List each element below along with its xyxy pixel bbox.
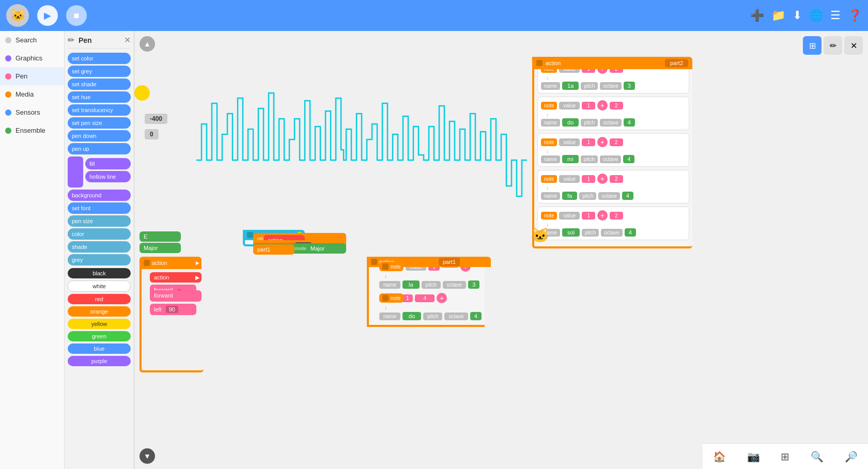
e-block[interactable]: E (140, 231, 181, 242)
color-black-button[interactable]: black (68, 268, 131, 278)
g1-name-tag: name (541, 82, 560, 90)
start-icon (247, 232, 253, 238)
note2-label: note (391, 295, 400, 301)
hollow-line-button[interactable]: hollow line (85, 171, 131, 182)
note-g4-v1: 1 (582, 175, 595, 183)
g5-pitch-tag: pitch (582, 229, 599, 237)
scroll-down-button[interactable]: ▼ (140, 448, 155, 464)
note-g2-v1: 1 (582, 102, 595, 110)
pen-up-button[interactable]: pen up (68, 143, 131, 154)
pitch-la-val: la (402, 280, 420, 289)
sidebar-item-pen[interactable]: Pen (0, 67, 64, 85)
color-green-button[interactable]: green (68, 331, 131, 341)
fill-block-shape (68, 157, 83, 187)
major-action-header[interactable]: action ▶ (140, 257, 202, 269)
sidebar-item-graphics-label: Graphics (16, 54, 42, 62)
note-g5-label: note (541, 212, 557, 220)
note-group-3: note value 1 + 2 ↓ name mi pitch octave … (537, 133, 689, 167)
note-sub-label: note (391, 264, 400, 270)
search-canvas-icon[interactable]: 🔍 (811, 450, 824, 463)
grey-button[interactable]: grey (68, 254, 131, 265)
note-group-2: note value 1 + 2 ↓ name do pitch octave … (537, 97, 689, 130)
help-icon[interactable]: ❓ (848, 9, 862, 22)
color-blue-button[interactable]: blue (68, 343, 131, 354)
note-g3-value-tag: value (559, 138, 580, 146)
mode-label: mode (295, 246, 306, 251)
g4-oct-val: 4 (622, 192, 633, 200)
sidebar-item-search[interactable]: Search (0, 31, 64, 49)
download-icon[interactable]: ⬇ (793, 9, 802, 22)
forward2-label: forward (154, 292, 173, 299)
stop-button[interactable]: ■ (66, 5, 87, 26)
menu-icon[interactable]: ☰ (830, 9, 841, 22)
note-g3-plus[interactable]: + (597, 137, 608, 147)
grid-icon[interactable]: ⊞ (781, 450, 789, 463)
set-color-button[interactable]: set color (68, 53, 131, 64)
sidebar-item-pen-label: Pen (16, 72, 27, 80)
pen-panel-title: Pen (79, 36, 92, 44)
canvas-toolbar: ⊞ ✏ ✕ (803, 36, 863, 55)
note2-plus-button[interactable]: + (437, 293, 447, 303)
action-inner-block[interactable]: action ▶ (150, 272, 202, 283)
zoom-in-icon[interactable]: 🔎 (845, 450, 858, 463)
add-icon[interactable]: ➕ (750, 9, 764, 22)
note-g2-plus[interactable]: + (597, 100, 608, 111)
forward-2-block[interactable]: forward (150, 290, 196, 301)
set-translucency-button[interactable]: set translucency (68, 104, 131, 116)
pitch-octave-tag: octave (443, 281, 466, 289)
color-orange-button[interactable]: orange (68, 306, 131, 317)
set-shade-button[interactable]: set shade (68, 79, 131, 90)
play-button[interactable]: ▶ (37, 5, 58, 26)
topbar: 🐱 ▶ ■ ➕ 📁 ⬇ 🌐 ☰ ❓ (0, 0, 868, 31)
action-inner-arrow: ▶ (195, 274, 199, 281)
part2-badge: part2 (665, 59, 688, 67)
color-white-button[interactable]: white (68, 280, 131, 292)
note2-icon (382, 295, 389, 301)
note-sub-icon (382, 263, 389, 270)
color-purple-button[interactable]: purple (68, 356, 131, 366)
note-g2-v2: 2 (610, 102, 623, 110)
note2-val-4: 4 (415, 294, 435, 302)
close-pen-panel-button[interactable]: ✕ (124, 35, 131, 45)
home-icon[interactable]: 🏠 (713, 450, 726, 463)
note-g4-plus[interactable]: + (597, 174, 608, 184)
pen-size-button[interactable]: pen size (68, 215, 131, 227)
note2-block[interactable]: note (379, 293, 404, 303)
g3-pitch-tag: pitch (581, 155, 598, 163)
avatar: 🐱 (6, 4, 29, 27)
sidebar-item-media[interactable]: Media (0, 85, 64, 103)
grid-view-button[interactable]: ⊞ (803, 36, 822, 55)
set-grey-button[interactable]: set grey (68, 66, 131, 77)
color-button[interactable]: color (68, 228, 131, 240)
color-yellow-button[interactable]: yellow (68, 319, 131, 329)
note-g5-plus[interactable]: + (597, 210, 608, 221)
color-red-button[interactable]: red (68, 294, 131, 304)
fill-button[interactable]: fill (85, 158, 131, 169)
g4-octave-tag: octave (598, 192, 619, 200)
major-block[interactable]: Major (140, 243, 181, 253)
part1-block[interactable]: part1 (253, 244, 295, 255)
note-sub-block[interactable]: note (379, 262, 404, 271)
set-font-button[interactable]: set font (68, 202, 131, 214)
sidebar-item-graphics[interactable]: Graphics (0, 49, 64, 67)
shade-button[interactable]: shade (68, 241, 131, 253)
sidebar-item-sensors[interactable]: Sensors (0, 103, 64, 121)
action-inner-label: action (154, 274, 169, 280)
canvas: ⊞ ✏ ✕ ▲ ▼ -400 0 🐱 E Major action ▶ acti… (134, 31, 868, 469)
pen-down-button[interactable]: pen down (68, 130, 131, 142)
set-pen-size-button[interactable]: set pen size (68, 117, 131, 129)
fullscreen-button[interactable]: ✕ (844, 36, 863, 55)
action-part2-label: action (546, 60, 561, 66)
action-part1-icon (371, 259, 377, 265)
set-hue-button[interactable]: set hue (68, 91, 131, 103)
background-button[interactable]: background (68, 190, 131, 201)
left-1-block[interactable]: left 90 (150, 304, 196, 315)
action-arrow: ▶ (196, 260, 199, 265)
camera-icon[interactable]: 📷 (747, 450, 760, 463)
action-part2-header[interactable]: action part2 (532, 57, 692, 69)
scroll-up-button[interactable]: ▲ (140, 36, 155, 52)
folder-icon[interactable]: 📁 (771, 9, 785, 22)
globe-icon[interactable]: 🌐 (809, 9, 823, 22)
sidebar-item-ensemble[interactable]: Ensemble (0, 121, 64, 139)
edit-view-button[interactable]: ✏ (824, 36, 842, 55)
